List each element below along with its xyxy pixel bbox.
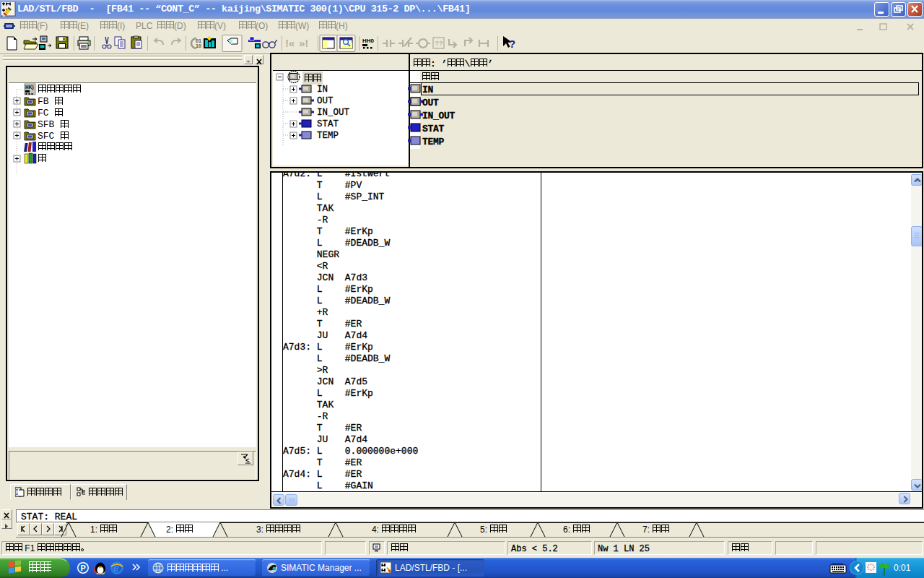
svg-text:01: 01 (196, 38, 201, 43)
svg-text:HK): HK) (25, 85, 34, 90)
svg-text:10: 10 (196, 43, 201, 48)
svg-text:?: ? (509, 38, 515, 50)
svg-text:»!: »! (299, 37, 308, 49)
svg-text:HH0: HH0 (362, 38, 375, 44)
svg-text:??: ?? (435, 40, 443, 47)
svg-text:!«: !« (285, 37, 295, 49)
svg-text:P: P (81, 564, 86, 572)
svg-text:0:01: 0:01 (894, 563, 911, 573)
